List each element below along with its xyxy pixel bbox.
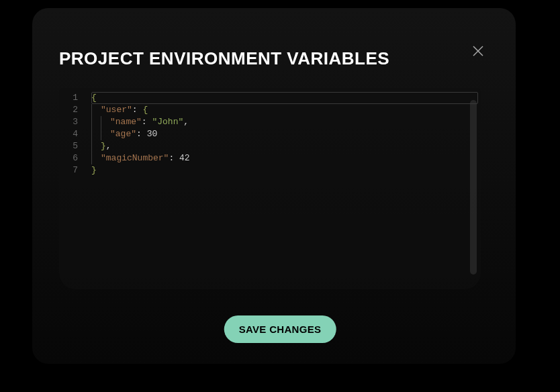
env-variables-modal: PROJECT ENVIRONMENT VARIABLES 1{2"user":… — [32, 8, 516, 364]
line-number: 1 — [59, 92, 91, 104]
line-content: "name": "John", — [91, 116, 481, 128]
line-content: } — [91, 164, 481, 177]
code-line: 1{ — [59, 92, 481, 104]
save-changes-button[interactable]: SAVE CHANGES — [224, 315, 336, 343]
line-content: }, — [91, 140, 481, 152]
line-number: 5 — [59, 140, 91, 152]
code-editor[interactable]: 1{2"user": {3"name": "John",4"age": 305}… — [59, 88, 481, 289]
line-number: 7 — [59, 164, 91, 177]
close-icon — [472, 45, 484, 57]
code-line: 7} — [59, 164, 481, 177]
code-line: 6"magicNumber": 42 — [59, 152, 481, 164]
line-number: 6 — [59, 152, 91, 164]
code-line: 3"name": "John", — [59, 116, 481, 128]
close-button[interactable] — [470, 43, 486, 59]
line-number: 2 — [59, 104, 91, 116]
scrollbar[interactable] — [470, 100, 477, 275]
line-number: 3 — [59, 116, 91, 128]
code-line: 5}, — [59, 140, 481, 152]
code-line: 4"age": 30 — [59, 128, 481, 140]
line-content: { — [91, 92, 481, 104]
line-content: "magicNumber": 42 — [91, 152, 481, 164]
line-content: "user": { — [91, 104, 481, 116]
line-content: "age": 30 — [91, 128, 481, 140]
modal-title: PROJECT ENVIRONMENT VARIABLES — [59, 48, 489, 69]
code-line: 2"user": { — [59, 104, 481, 116]
line-number: 4 — [59, 128, 91, 140]
